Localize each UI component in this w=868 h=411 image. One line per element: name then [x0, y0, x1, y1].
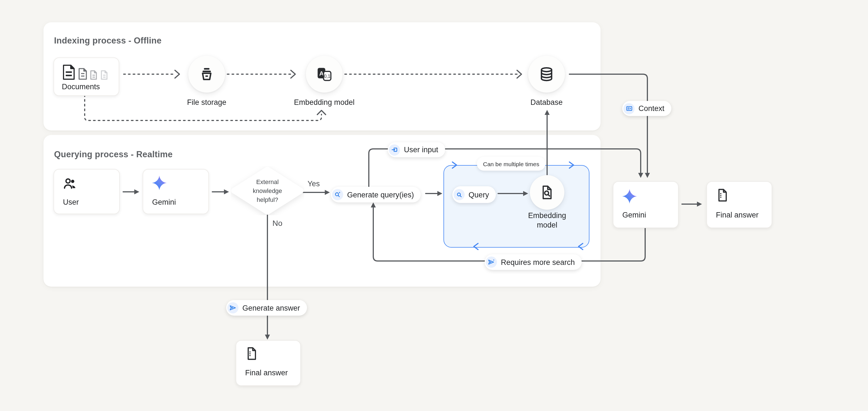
embedding-model-node: A 0,1: [306, 56, 343, 93]
requires-more-search-icon-chip: [486, 257, 497, 268]
documents-node: Documents: [54, 57, 119, 96]
user-input-icon-chip: [389, 144, 400, 155]
user-input-label: User input: [404, 146, 438, 154]
user-label: User: [63, 198, 79, 206]
loop-caption-label: Can be multiple times: [483, 160, 539, 167]
context-label: Context: [639, 104, 664, 113]
user-icon: [62, 176, 78, 191]
final-answer-right-label: Final answer: [716, 211, 758, 219]
database-node: [528, 56, 565, 93]
user-node: User: [54, 169, 120, 214]
send-sparkle-icon: [488, 258, 495, 266]
generate-answer-icon-chip: [227, 302, 239, 314]
input-icon: [391, 146, 398, 153]
final-answer-right-node: Final answer: [707, 181, 772, 228]
database-label: Database: [530, 98, 563, 107]
context-badge: Context: [622, 101, 671, 116]
gemini-node: Gemini: [143, 169, 209, 214]
file-storage-label: File storage: [187, 98, 226, 107]
gemini-icon: [621, 188, 638, 205]
requires-more-search-label: Requires more search: [501, 258, 575, 266]
user-input-badge: User input: [388, 142, 445, 157]
decision-no-label: No: [273, 218, 282, 228]
svg-text:0,1: 0,1: [324, 74, 330, 79]
loop-embedding-model-node: [530, 175, 564, 210]
decision-yes-label: Yes: [308, 180, 320, 188]
file-storage-icon: [198, 66, 215, 83]
documents-label: Documents: [62, 83, 100, 91]
querying-title: Querying process - Realtime: [54, 149, 173, 159]
loop-embedding-model-label: Embedding model: [528, 211, 566, 230]
context-icon: [625, 105, 632, 112]
indexing-title: Indexing process - Offline: [54, 36, 161, 46]
document-search-icon: [539, 184, 555, 200]
file-storage-node: [188, 56, 225, 93]
draft-document-icon: [715, 188, 730, 202]
search-icon: [456, 191, 463, 198]
generate-answer-badge: Generate answer: [226, 300, 307, 316]
send-icon: [229, 304, 237, 312]
documents-icon: [62, 64, 111, 81]
gemini-label: Gemini: [152, 198, 176, 206]
draft-document-icon: [245, 346, 259, 361]
context-icon-chip: [623, 103, 634, 114]
search-sparkle-icon: [334, 191, 342, 199]
rag-architecture-diagram: Indexing process - Offline: [0, 0, 868, 411]
decision-question: External knowledge helpful?: [234, 177, 301, 204]
final-answer-bottom-node: Final answer: [236, 340, 301, 386]
embedding-model-label: Embedding model: [294, 98, 354, 107]
embedding-model-icon: A 0,1: [316, 66, 333, 83]
generate-query-badge: Generate query(ies): [331, 187, 421, 202]
gemini-icon: [151, 175, 168, 191]
gemini-right-node: Gemini: [613, 181, 679, 228]
generate-answer-label: Generate answer: [242, 304, 300, 312]
requires-more-search-badge: Requires more search: [485, 254, 582, 270]
query-badge: Query: [453, 186, 496, 203]
gemini-right-label: Gemini: [622, 211, 646, 219]
query-icon-chip: [454, 189, 465, 200]
generate-query-icon-chip: [332, 189, 343, 200]
loop-caption-badge: Can be multiple times: [477, 157, 546, 171]
final-answer-bottom-label: Final answer: [245, 369, 288, 377]
generate-query-label: Generate query(ies): [347, 190, 414, 199]
query-label: Query: [469, 190, 489, 199]
database-icon: [538, 66, 555, 83]
